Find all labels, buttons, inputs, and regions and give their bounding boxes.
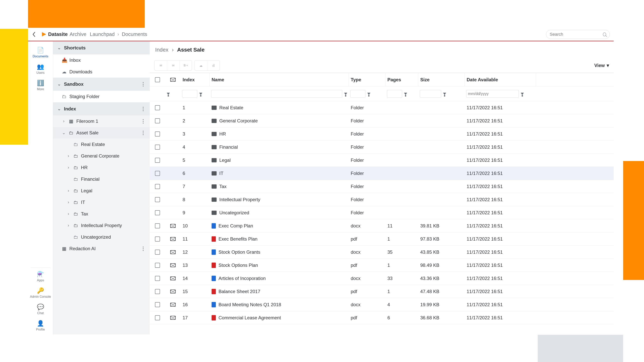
- table-row[interactable]: 4FinancialFolder11/17/2022 16:51: [150, 141, 614, 154]
- tree-item[interactable]: ›🗀Intellectual Property: [53, 220, 150, 231]
- tree-item-downloads[interactable]: ☁ Downloads: [53, 66, 150, 78]
- filter-icon[interactable]: [443, 93, 446, 95]
- row-checkbox[interactable]: [155, 131, 160, 136]
- table-row[interactable]: 1Real EstateFolder11/17/2022 16:51: [150, 101, 614, 114]
- search-input[interactable]: [550, 32, 603, 37]
- row-checkbox[interactable]: [155, 145, 160, 150]
- col-size[interactable]: Size: [418, 73, 465, 86]
- more-menu-button[interactable]: ⋮: [141, 106, 146, 112]
- filter-icon[interactable]: [521, 93, 524, 95]
- filter-name-input[interactable]: [211, 90, 342, 98]
- mail-closed-button[interactable]: ✉: [154, 60, 167, 70]
- folder-outline-icon: 🗀: [73, 142, 78, 147]
- rail-item-admin[interactable]: 🔑Admin Console: [28, 285, 53, 302]
- filter-index-input[interactable]: [182, 90, 197, 98]
- table-row[interactable]: 14Articles of Incoporationdocx3343.36 KB…: [150, 272, 614, 285]
- crumb-leaf[interactable]: Documents: [122, 31, 147, 37]
- select-all-checkbox[interactable]: [155, 77, 160, 82]
- rail-item-chat[interactable]: 💬Chat: [28, 302, 53, 318]
- table-row[interactable]: 3HRFolder11/17/2022 16:51: [150, 127, 614, 141]
- col-date[interactable]: Date Available: [465, 73, 536, 86]
- table-row[interactable]: 13Stock Options Planpdf198.49 KB11/17/20…: [150, 259, 614, 272]
- row-checkbox[interactable]: [155, 315, 160, 320]
- table-row[interactable]: 8Intellectual PropertyFolder11/17/2022 1…: [150, 193, 614, 206]
- brand[interactable]: Datasite Archive: [42, 31, 86, 37]
- row-checkbox[interactable]: [155, 184, 160, 189]
- tree-item-asset-sale[interactable]: ⌄ 🗀 Asset Sale ⋮: [53, 127, 150, 139]
- rail-item-users[interactable]: 👥Users: [28, 61, 53, 78]
- table-row[interactable]: 5LegalFolder11/17/2022 16:51: [150, 154, 614, 167]
- tree-item[interactable]: ›🗀HR: [53, 162, 150, 173]
- filter-icon[interactable]: [367, 93, 370, 95]
- table-row[interactable]: 2General CorporateFolder11/17/2022 16:51: [150, 114, 614, 127]
- table-row[interactable]: 12Stock Option Grantsdocx3543.85 KB11/17…: [150, 246, 614, 259]
- tree-item-staging[interactable]: 🗀 Staging Folder: [53, 91, 150, 102]
- table-row[interactable]: 16Board Meeting Notes Q1 2018docx419.99 …: [150, 298, 614, 311]
- rail-item-profile[interactable]: 👤Profile: [28, 318, 53, 334]
- tree-section-shortcuts[interactable]: ⌄ Shortcuts: [53, 41, 150, 54]
- more-menu-button[interactable]: ⋮: [141, 118, 146, 124]
- toolbar: ✉ ✉︎ 🗎+ ☁ 🖨 View ▾: [150, 58, 614, 73]
- col-pages[interactable]: Pages: [386, 73, 418, 86]
- tree-item-inbox[interactable]: 📥 Inbox: [53, 54, 150, 66]
- row-checkbox[interactable]: [155, 223, 160, 228]
- back-button[interactable]: [30, 30, 38, 39]
- row-checkbox[interactable]: [155, 289, 160, 294]
- row-checkbox[interactable]: [155, 210, 160, 215]
- view-dropdown[interactable]: View ▾: [594, 63, 609, 68]
- tree-item[interactable]: 🗀Uncategorized: [53, 231, 150, 243]
- tree-item[interactable]: ›🗀General Corporate: [53, 150, 150, 162]
- table-row[interactable]: 9UncategorizedFolder11/17/2022 16:51: [150, 206, 614, 219]
- row-checkbox[interactable]: [155, 302, 160, 307]
- tree-item-fileroom[interactable]: › ▦ Fileroom 1 ⋮: [53, 115, 150, 127]
- row-checkbox[interactable]: [155, 118, 160, 123]
- table-row[interactable]: 11Exec Benefits Planpdf197.83 KB11/17/20…: [150, 232, 614, 246]
- tree-section-sandbox[interactable]: ⌄ Sandbox ⋮: [53, 78, 150, 91]
- tree-item[interactable]: 🗀Real Estate: [53, 139, 150, 150]
- rail-item-documents[interactable]: 📄Documents: [28, 45, 53, 61]
- row-checkbox[interactable]: [155, 276, 160, 281]
- filter-date-input[interactable]: [466, 90, 519, 98]
- row-checkbox[interactable]: [155, 197, 160, 202]
- row-checkbox[interactable]: [155, 171, 160, 176]
- col-type[interactable]: Type: [349, 73, 386, 86]
- table-row[interactable]: 10Exec Comp Plandocx1139.81 KB11/17/2022…: [150, 219, 614, 232]
- rail-item-more[interactable]: ℹ️More: [28, 78, 53, 94]
- table-row[interactable]: 17Commercial Lease Agreementpdf636.68 KB…: [150, 311, 614, 324]
- tree-item[interactable]: ›🗀Legal: [53, 185, 150, 197]
- filter-pages-input[interactable]: [387, 90, 402, 98]
- tree-item[interactable]: 🗀Financial: [53, 173, 150, 185]
- table-row[interactable]: 6ITFolder11/17/2022 16:51: [150, 167, 614, 180]
- filter-icon[interactable]: [199, 93, 202, 95]
- col-name[interactable]: Name: [210, 73, 349, 86]
- filter-icon[interactable]: [167, 93, 170, 95]
- cell-name: General Corporate: [210, 118, 349, 124]
- mail-open-button[interactable]: ✉︎: [167, 60, 179, 70]
- download-button[interactable]: ☁: [195, 60, 207, 70]
- print-button[interactable]: 🖨: [207, 60, 220, 70]
- crumb-index[interactable]: Index: [155, 47, 168, 53]
- tree-item[interactable]: ›🗀IT: [53, 197, 150, 208]
- more-menu-button[interactable]: ⋮: [141, 246, 146, 252]
- table-row[interactable]: 7TaxFolder11/17/2022 16:51: [150, 180, 614, 193]
- more-menu-button[interactable]: ⋮: [141, 81, 146, 87]
- row-checkbox[interactable]: [155, 250, 160, 255]
- rail-item-apps[interactable]: ⚗️Apps: [28, 269, 53, 285]
- row-checkbox[interactable]: [155, 158, 160, 163]
- col-index[interactable]: Index: [181, 73, 210, 86]
- filter-size-input[interactable]: [420, 90, 441, 98]
- more-menu-button[interactable]: ⋮: [141, 130, 146, 136]
- row-checkbox[interactable]: [155, 105, 160, 110]
- row-checkbox[interactable]: [155, 237, 160, 242]
- filter-type-input[interactable]: [350, 90, 366, 98]
- crumb-root[interactable]: Launchpad: [90, 31, 115, 37]
- search-box[interactable]: [546, 30, 610, 39]
- table-row[interactable]: 15Balance Sheet 2017pdf147.48 KB11/17/20…: [150, 285, 614, 298]
- filter-icon[interactable]: [404, 93, 407, 95]
- filter-icon[interactable]: [344, 93, 347, 95]
- tree-item[interactable]: ›🗀Tax: [53, 208, 150, 220]
- tree-item-redaction[interactable]: ▦ Redaction AI ⋮: [53, 243, 150, 255]
- new-document-button[interactable]: 🗎+: [179, 60, 192, 70]
- tree-section-index[interactable]: ⌄ Index ⋮: [53, 102, 150, 115]
- row-checkbox[interactable]: [155, 263, 160, 268]
